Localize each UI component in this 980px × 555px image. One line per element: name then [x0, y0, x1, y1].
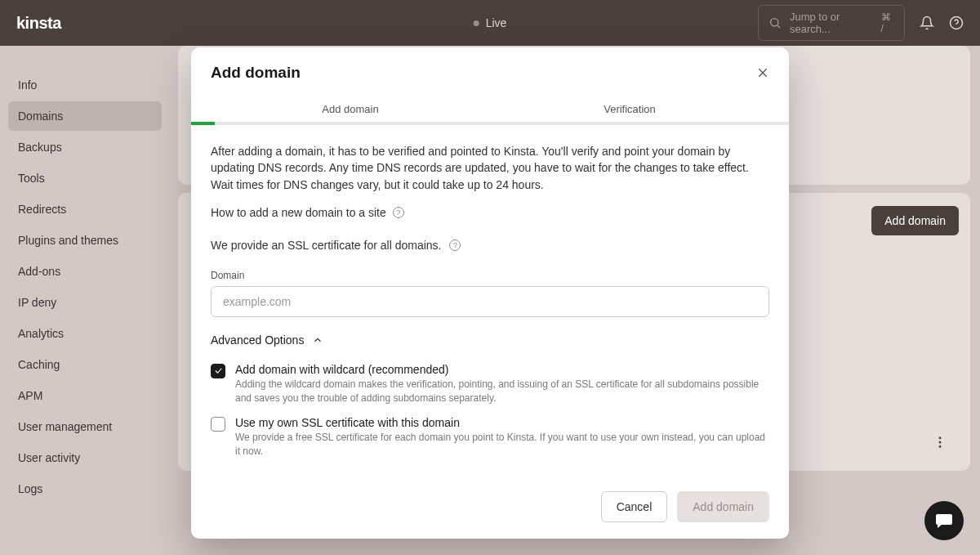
sidebar-item-analytics[interactable]: Analytics — [8, 319, 162, 348]
sidebar-item-info[interactable]: Info — [8, 70, 162, 100]
domain-field-label: Domain — [211, 270, 769, 281]
step-add-domain: Add domain — [211, 103, 490, 115]
svg-point-2 — [951, 17, 963, 29]
chevron-up-icon — [312, 334, 323, 346]
logo: kinsta — [16, 14, 61, 33]
help-icon — [949, 16, 964, 30]
svg-point-6 — [939, 446, 941, 448]
step-progress-fill — [191, 122, 215, 125]
help-button[interactable] — [949, 16, 964, 30]
advanced-options-label: Advanced Options — [211, 333, 304, 347]
how-to-link[interactable]: How to add a new domain to a site ? — [211, 206, 769, 219]
modal-steps: Add domain Verification — [191, 98, 789, 122]
global-search[interactable]: Jump to or search... ⌘ / — [758, 5, 905, 41]
svg-point-5 — [939, 441, 941, 443]
own-ssl-option-desc: We provide a free SSL certificate for ea… — [235, 431, 769, 459]
support-chat-button[interactable] — [924, 501, 964, 540]
sidebar-item-domains[interactable]: Domains — [8, 101, 162, 131]
cancel-button[interactable]: Cancel — [601, 491, 668, 522]
sidebar-item-tools[interactable]: Tools — [8, 163, 162, 193]
add-domain-modal: Add domain Add domain Verification After… — [191, 47, 789, 539]
sidebar-item-backups[interactable]: Backups — [8, 132, 162, 162]
svg-line-1 — [777, 25, 780, 28]
sidebar: Info Domains Backups Tools Redirects Plu… — [0, 46, 170, 555]
add-domain-submit-button[interactable]: Add domain — [677, 491, 769, 522]
close-icon — [756, 66, 769, 79]
bell-icon — [920, 16, 934, 30]
wildcard-option-desc: Adding the wildcard domain makes the ver… — [235, 378, 769, 405]
svg-point-0 — [771, 19, 778, 26]
search-icon — [768, 16, 782, 30]
sidebar-item-apm[interactable]: APM — [8, 381, 162, 410]
close-modal-button[interactable] — [756, 66, 769, 79]
kebab-icon — [933, 435, 947, 450]
question-icon[interactable]: ? — [449, 239, 461, 251]
advanced-options-toggle[interactable]: Advanced Options — [211, 333, 769, 347]
sidebar-item-caching[interactable]: Caching — [8, 350, 162, 379]
modal-title: Add domain — [211, 64, 301, 82]
sidebar-item-logs[interactable]: Logs — [8, 474, 162, 504]
step-progress-track — [191, 122, 789, 125]
question-icon: ? — [393, 207, 404, 218]
notifications-button[interactable] — [920, 16, 934, 30]
own-ssl-checkbox[interactable] — [211, 417, 225, 432]
modal-intro-text: After adding a domain, it has to be veri… — [211, 143, 769, 193]
search-shortcut: ⌘ / — [881, 11, 895, 34]
wildcard-option-title: Add domain with wildcard (recommended) — [235, 363, 769, 376]
ssl-note-text: We provide an SSL certificate for all do… — [211, 239, 441, 252]
own-ssl-option-title: Use my own SSL certificate with this dom… — [235, 416, 769, 429]
topbar: kinsta Live Jump to or search... ⌘ / — [0, 0, 980, 46]
env-label: Live — [486, 16, 507, 29]
sidebar-item-user-management[interactable]: User management — [8, 412, 162, 441]
search-placeholder: Jump to or search... — [790, 11, 873, 35]
sidebar-item-redirects[interactable]: Redirects — [8, 195, 162, 224]
wildcard-checkbox[interactable] — [211, 364, 225, 378]
svg-point-4 — [939, 437, 941, 439]
domain-input[interactable] — [211, 286, 769, 317]
check-icon — [214, 366, 223, 375]
live-dot-icon — [474, 20, 479, 26]
how-to-link-label: How to add a new domain to a site — [211, 206, 386, 219]
add-domain-button-bg[interactable]: Add domain — [871, 206, 959, 235]
step-verification: Verification — [490, 103, 769, 115]
sidebar-item-user-activity[interactable]: User activity — [8, 443, 162, 472]
sidebar-item-ipdeny[interactable]: IP deny — [8, 288, 162, 317]
sidebar-item-addons[interactable]: Add-ons — [8, 257, 162, 286]
env-indicator: Live — [474, 16, 507, 29]
row-actions-button[interactable] — [933, 435, 947, 450]
sidebar-item-plugins-themes[interactable]: Plugins and themes — [8, 226, 162, 255]
chat-icon — [934, 511, 954, 530]
